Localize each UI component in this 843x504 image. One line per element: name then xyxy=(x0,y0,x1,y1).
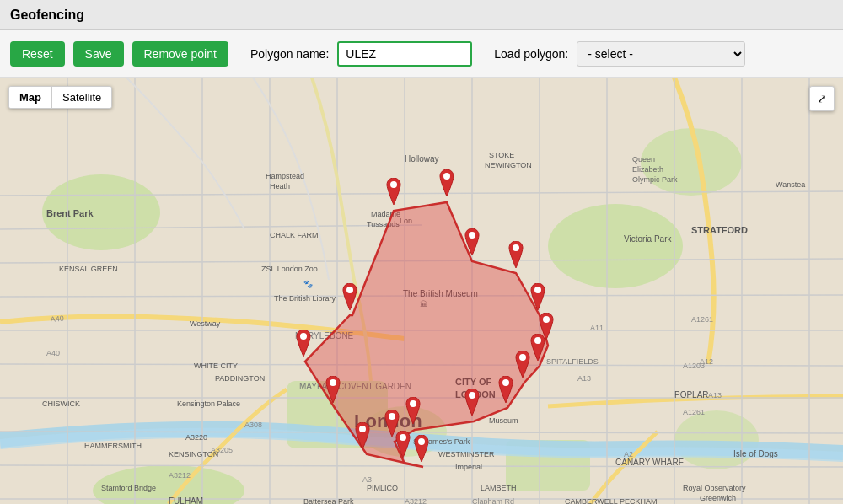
svg-text:STRATFORD: STRATFORD xyxy=(691,225,748,235)
map-pin-18[interactable] xyxy=(340,283,360,314)
svg-text:Kensington Palace: Kensington Palace xyxy=(177,399,240,408)
svg-text:Imperial: Imperial xyxy=(455,463,482,471)
svg-text:PADDINGTON: PADDINGTON xyxy=(215,374,265,383)
reset-button[interactable]: Reset xyxy=(10,41,65,67)
fullscreen-icon: ⤢ xyxy=(817,92,827,105)
svg-point-8 xyxy=(674,410,759,469)
map-pin-11[interactable] xyxy=(403,397,423,427)
svg-text:POPLAR: POPLAR xyxy=(674,390,709,399)
svg-text:Westway: Westway xyxy=(190,319,221,328)
svg-text:HAMMERSMITH: HAMMERSMITH xyxy=(84,442,142,450)
svg-point-114 xyxy=(330,379,336,386)
polygon-name-label: Polygon name: xyxy=(250,47,329,61)
svg-point-101 xyxy=(469,232,475,239)
svg-point-107 xyxy=(502,379,509,386)
svg-text:Greenwich: Greenwich xyxy=(700,494,736,502)
svg-text:Olympic Park: Olympic Park xyxy=(632,175,678,184)
svg-text:SPITALFIELDS: SPITALFIELDS xyxy=(546,357,599,366)
svg-text:Heath: Heath xyxy=(270,182,290,190)
fullscreen-button[interactable]: ⤢ xyxy=(809,86,835,111)
svg-text:CAMBERWELL PECKHAM: CAMBERWELL PECKHAM xyxy=(565,497,658,504)
svg-point-109 xyxy=(410,400,416,407)
svg-text:CHALK FARM: CHALK FARM xyxy=(270,231,319,239)
map-pin-2[interactable] xyxy=(437,169,457,200)
svg-text:WESTMINSTER: WESTMINSTER xyxy=(438,450,495,458)
svg-text:Wanstea: Wanstea xyxy=(776,180,805,189)
svg-point-110 xyxy=(389,413,395,420)
svg-text:🐾: 🐾 xyxy=(303,279,314,289)
map-pin-17[interactable] xyxy=(293,330,314,360)
svg-point-112 xyxy=(418,438,425,445)
svg-text:A1261: A1261 xyxy=(683,408,705,416)
svg-point-5 xyxy=(548,204,683,288)
svg-point-116 xyxy=(346,287,353,293)
map-container[interactable]: A40 A12 A13 A3212 A3205 A308 A2 A1261 A1… xyxy=(0,78,843,504)
svg-text:A3220: A3220 xyxy=(185,433,207,442)
svg-point-102 xyxy=(513,244,519,251)
svg-text:A3212: A3212 xyxy=(405,497,427,504)
svg-text:A1203: A1203 xyxy=(683,362,705,370)
svg-text:Brent Park: Brent Park xyxy=(46,208,94,218)
polygon-name-input[interactable] xyxy=(337,41,472,67)
toolbar: Reset Save Remove point Polygon name: Lo… xyxy=(0,30,843,78)
svg-point-111 xyxy=(400,434,406,441)
svg-text:NEWINGTON: NEWINGTON xyxy=(485,161,532,169)
map-pin-16[interactable] xyxy=(323,376,343,406)
svg-text:ZSL London Zoo: ZSL London Zoo xyxy=(261,265,318,273)
page-header: Geofencing xyxy=(0,0,843,30)
svg-text:KENSAL GREEN: KENSAL GREEN xyxy=(59,265,118,273)
load-polygon-select[interactable]: - select - xyxy=(577,41,745,67)
page-title: Geofencing xyxy=(10,8,84,23)
svg-text:Victoria Park: Victoria Park xyxy=(624,234,673,244)
svg-point-103 xyxy=(534,287,541,293)
map-pin-5[interactable] xyxy=(528,283,548,314)
svg-text:LAMBETH: LAMBETH xyxy=(481,484,517,492)
svg-point-113 xyxy=(359,426,366,432)
svg-text:PIMLICO: PIMLICO xyxy=(367,484,398,492)
map-pin-13[interactable] xyxy=(393,431,413,461)
svg-point-106 xyxy=(519,354,526,361)
svg-point-108 xyxy=(469,392,475,399)
map-type-satellite-button[interactable]: Satellite xyxy=(52,87,111,108)
svg-text:FULHAM: FULHAM xyxy=(169,496,203,504)
svg-text:Elizabeth: Elizabeth xyxy=(632,165,663,174)
svg-point-115 xyxy=(300,333,307,340)
map-pin-1[interactable] xyxy=(384,178,404,208)
svg-text:The British Library: The British Library xyxy=(274,294,336,303)
svg-text:WHITE CITY: WHITE CITY xyxy=(194,362,238,370)
svg-point-100 xyxy=(443,173,450,180)
svg-text:A13: A13 xyxy=(577,374,591,383)
svg-point-105 xyxy=(534,337,541,344)
svg-text:CANARY WHARF: CANARY WHARF xyxy=(615,458,684,467)
load-polygon-label: Load polygon: xyxy=(494,47,568,61)
svg-text:Queen: Queen xyxy=(632,155,655,164)
svg-text:STOKE: STOKE xyxy=(489,151,514,159)
svg-text:CHISWICK: CHISWICK xyxy=(42,399,80,408)
map-pin-3[interactable] xyxy=(462,228,482,259)
save-button[interactable]: Save xyxy=(73,41,124,67)
svg-text:Hampstead: Hampstead xyxy=(266,172,304,180)
svg-text:A308: A308 xyxy=(244,421,262,429)
map-type-control: Map Satellite xyxy=(8,86,112,109)
svg-text:KENSINGTON: KENSINGTON xyxy=(169,450,218,458)
svg-point-99 xyxy=(390,181,397,188)
svg-text:A13: A13 xyxy=(708,391,722,399)
remove-point-button[interactable]: Remove point xyxy=(132,41,228,67)
map-type-map-button[interactable]: Map xyxy=(9,87,52,108)
map-pin-15[interactable] xyxy=(352,422,373,453)
svg-text:Clapham Rd: Clapham Rd xyxy=(472,497,514,504)
svg-text:A40: A40 xyxy=(50,314,64,324)
svg-text:A40: A40 xyxy=(46,349,60,357)
map-pin-14[interactable] xyxy=(411,435,432,465)
map-pin-4[interactable] xyxy=(506,241,526,271)
map-pin-9[interactable] xyxy=(496,376,516,406)
map-pin-10[interactable] xyxy=(462,389,482,419)
svg-text:Isle of Dogs: Isle of Dogs xyxy=(733,449,778,458)
svg-text:Stamford Bridge: Stamford Bridge xyxy=(101,484,156,492)
svg-text:Museum: Museum xyxy=(489,416,518,425)
svg-text:A3212: A3212 xyxy=(169,471,191,480)
svg-text:Holloway: Holloway xyxy=(405,154,439,164)
svg-text:A11: A11 xyxy=(590,324,604,332)
svg-point-6 xyxy=(641,128,742,196)
svg-text:Royal Observatory: Royal Observatory xyxy=(683,484,746,492)
